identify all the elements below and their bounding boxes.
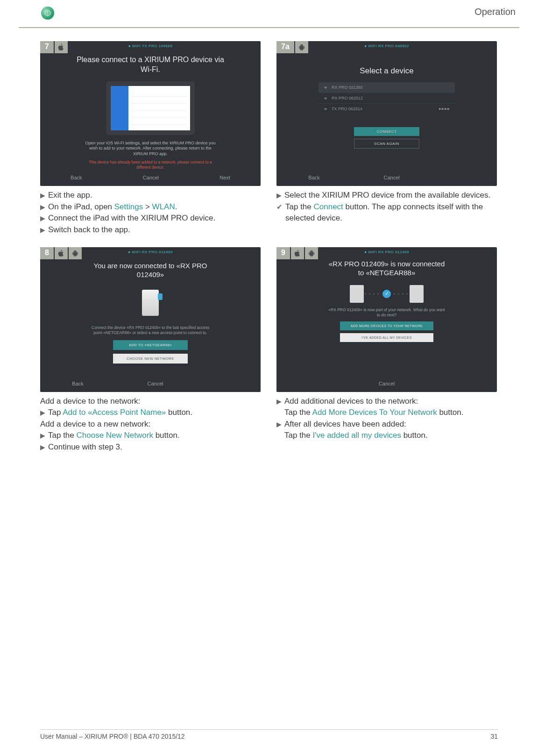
screen-footer: Back Cancel — [276, 175, 497, 180]
scan-again-button[interactable]: SCAN AGAIN — [354, 139, 419, 149]
screen-info: «RX PRO 012409» is now part of your netw… — [276, 306, 497, 318]
status-bar: ● WIFI RX PRO 012409 — [364, 250, 409, 254]
apple-icon — [55, 41, 68, 53]
instr-line: Connect the iPad with the XIRIUM PRO dev… — [48, 213, 215, 224]
step8-instructions: Add a device to the network: ▶Tap Add to… — [40, 396, 262, 453]
android-icon — [305, 247, 318, 259]
bullet-icon: ▶ — [276, 190, 282, 201]
android-icon — [69, 247, 82, 259]
device-name: RX PRO 021365 — [332, 85, 363, 90]
cancel-button[interactable]: Cancel — [148, 381, 163, 386]
connect-button[interactable]: CONNECT — [354, 127, 419, 136]
status-bar: ● WIFI RX PRO 012409 — [128, 250, 173, 254]
android-icon — [295, 41, 308, 53]
next-button[interactable]: Next — [219, 175, 230, 180]
device-row[interactable]: TX PRO 062614▶▶▶▶ — [319, 103, 455, 114]
bullet-icon: ▶ — [40, 442, 45, 453]
cancel-button[interactable]: Cancel — [143, 175, 159, 180]
step7a-badge: 7a — [276, 41, 308, 53]
instr-line: On the iPad, open Settings > WLAN. — [48, 201, 177, 213]
step7-instructions: ▶Exit the app. ▶On the iPad, open Settin… — [40, 190, 262, 236]
step7a-block: 7a ● WIFI RX PRO 648902 Select a device … — [276, 41, 498, 236]
step-number: 7 — [40, 41, 54, 53]
page-footer: User Manual – XIRIUM PRO® | BDA 470 2015… — [40, 729, 498, 740]
bullet-icon: ▶ — [40, 430, 45, 441]
step8-badge: 8 — [40, 247, 82, 259]
step8-screenshot: 8 ● WIFI RX PRO 012409 You are now conne… — [40, 247, 261, 392]
wifi-icon — [323, 107, 328, 111]
arrows-icon: ▶▶▶▶ — [439, 107, 450, 111]
screen-footer: Back Cancel — [40, 381, 261, 386]
added-all-link: I've added all my devices — [313, 431, 401, 440]
instr-line: Select the XIRIUM PRO device from the av… — [284, 190, 490, 201]
screen-footer: Back Cancel Next — [40, 175, 261, 180]
connection-chain: • • • • ✓ • • • • — [276, 285, 497, 303]
bullet-icon: ▶ — [276, 396, 282, 407]
step7-block: 7 ● WIFI TX PRO 149665 Please connect to… — [40, 41, 262, 236]
step-number: 7a — [276, 41, 294, 53]
page-number: 31 — [490, 733, 498, 740]
step7a-screenshot: 7a ● WIFI RX PRO 648902 Select a device … — [276, 41, 497, 186]
instr-line: Add additional devices to the network: — [284, 396, 418, 407]
back-button[interactable]: Back — [71, 175, 82, 180]
action-buttons: CONNECT SCAN AGAIN — [276, 127, 497, 149]
connect-link: Connect — [314, 202, 343, 211]
added-all-devices-button[interactable]: I'VE ADDED ALL MY DEVICES — [340, 333, 433, 342]
instr-line: Tap the Connect button. The app connects… — [285, 201, 498, 224]
spacer — [227, 381, 229, 386]
instr-heading: Add a device to the network: — [40, 396, 262, 407]
instr-line: Continue with step 3. — [48, 442, 122, 453]
choose-network-link: Choose New Network — [77, 431, 153, 440]
apple-icon — [55, 247, 68, 259]
choose-new-network-button[interactable]: CHOOSE NEW NETWORK — [113, 354, 188, 364]
add-more-link: Add More Devices To Your Network — [312, 408, 437, 417]
spacer — [464, 175, 465, 180]
settings-link: Settings — [114, 202, 143, 211]
page-header: Operation — [19, 9, 519, 28]
instr-line: Tap the Add More Devices To Your Network… — [284, 407, 463, 419]
bullet-icon: ▶ — [40, 213, 45, 224]
back-button[interactable]: Back — [72, 381, 83, 386]
device-list: RX PRO 021365 RX PRO 062512 TX PRO 06261… — [319, 82, 455, 114]
step9-instructions: ▶Add additional devices to the network: … — [276, 396, 498, 442]
instr-line: Switch back to the app. — [48, 224, 130, 236]
dots-icon: • • • • — [365, 292, 380, 296]
step8-block: 8 ● WIFI RX PRO 012409 You are now conne… — [40, 247, 262, 453]
dots-icon: • • • • — [394, 292, 409, 296]
bullet-icon: ▶ — [40, 224, 45, 235]
ipad-illustration — [106, 81, 195, 135]
checkmark-icon: ✓ — [382, 290, 391, 298]
bullet-icon: ▶ — [276, 419, 282, 430]
screen-warning: This device has already been added to a … — [40, 157, 261, 170]
device-row[interactable]: RX PRO 021365 — [319, 82, 455, 93]
device-illustration — [139, 290, 162, 321]
instr-line: Tap the I've added all my devices button… — [284, 430, 428, 442]
section-title: Operation — [474, 7, 516, 17]
screen-info: Connect the device «RX PRO 012409» to th… — [40, 325, 261, 335]
step9-block: 9 ● WIFI RX PRO 012409 «RX PRO 012409» i… — [276, 247, 498, 453]
step-number: 9 — [276, 247, 290, 259]
brand-logo — [41, 7, 54, 20]
apple-icon — [291, 247, 304, 259]
device-name: TX PRO 062614 — [332, 107, 362, 111]
check-icon: ✔ — [276, 201, 283, 213]
cancel-button[interactable]: Cancel — [384, 175, 400, 180]
step7-badge: 7 — [40, 41, 68, 53]
step7-screenshot: 7 ● WIFI TX PRO 149665 Please connect to… — [40, 41, 261, 186]
add-more-devices-button[interactable]: ADD MORE DEVICES TO YOUR NETWORK — [340, 321, 433, 330]
instr-line: After all devices have been added: — [284, 419, 406, 430]
cancel-button[interactable]: Cancel — [276, 381, 497, 386]
device-box — [350, 285, 364, 303]
add-to-network-button[interactable]: ADD TO «NETGEAR88» — [113, 340, 188, 350]
step7a-instructions: ▶Select the XIRIUM PRO device from the a… — [276, 190, 498, 224]
bullet-icon: ▶ — [40, 201, 45, 213]
instr-line: Exit the app. — [48, 190, 92, 201]
wifi-icon — [323, 96, 328, 100]
content-grid: 7 ● WIFI TX PRO 149665 Please connect to… — [0, 28, 538, 453]
device-row[interactable]: RX PRO 062512 — [319, 93, 455, 103]
instr-line: Tap the Choose New Network button. — [48, 430, 180, 442]
back-button[interactable]: Back — [308, 175, 319, 180]
instr-line: Tap Add to «Access Point Name» button. — [48, 407, 192, 419]
device-name: RX PRO 062512 — [332, 96, 363, 100]
add-to-ap-link: Add to «Access Point Name» — [63, 408, 166, 417]
